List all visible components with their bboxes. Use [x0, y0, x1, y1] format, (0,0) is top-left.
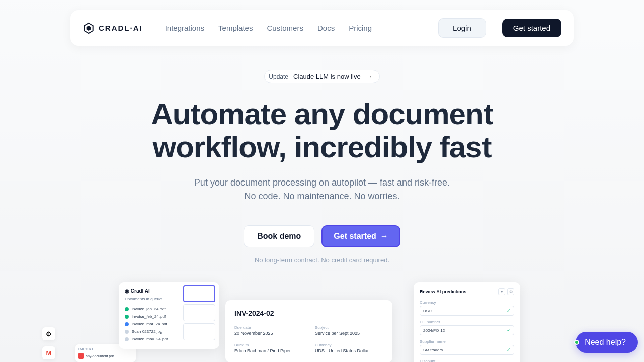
gear-icon: ⚙	[42, 327, 55, 340]
page-thumbnails	[183, 285, 215, 340]
queue-label: Documents in queue	[125, 297, 162, 301]
review-input[interactable]: SM traders✓	[420, 345, 514, 355]
hero-subtitle: Put your document processing on autopilo…	[0, 176, 644, 203]
gear-icon[interactable]: ⚙	[507, 288, 514, 295]
review-input[interactable]: 2024/PO-12✓	[420, 325, 514, 335]
hero-sub-line1: Put your document processing on autopilo…	[194, 177, 450, 188]
thumbnail[interactable]	[183, 304, 215, 321]
login-button[interactable]: Login	[438, 18, 486, 38]
thumbnail[interactable]	[183, 285, 215, 302]
thumbnail[interactable]	[183, 323, 215, 340]
nav-integrations[interactable]: Integrations	[165, 24, 204, 32]
brand-text: CRADL·AI	[99, 24, 143, 32]
hero-sub-line2: No code. No maintenance. No worries.	[244, 191, 399, 201]
field-label: Billed to	[234, 343, 303, 347]
hero-title: Automate any document workflow, incredib…	[0, 98, 644, 164]
review-input[interactable]: USD✓	[420, 306, 514, 316]
help-label: Need help?	[585, 338, 626, 347]
arrow-right-icon: →	[380, 232, 388, 241]
pdf-icon	[78, 353, 84, 359]
status-dot-icon	[574, 340, 579, 345]
side-icons: ⚙ M	[42, 327, 55, 359]
nav-docs[interactable]: Docs	[317, 24, 335, 32]
field-label: Subject	[315, 325, 383, 330]
nav-links: Integrations Templates Customers Docs Pr…	[165, 24, 372, 32]
field-label: Due date	[234, 325, 303, 330]
field-label: Supplier name	[420, 339, 514, 344]
get-started-button[interactable]: Get started	[502, 19, 561, 37]
nav-customers[interactable]: Customers	[267, 24, 303, 32]
invoice-title: INV-2024-02	[234, 309, 383, 317]
brand-logo[interactable]: CRADL·AI	[83, 22, 143, 34]
review-card: Review AI predictions ✦ ⚙ CurrencyUSD✓ P…	[414, 282, 520, 362]
field-label: Discount	[420, 359, 514, 362]
hero-title-line1: Automate any document	[151, 97, 493, 131]
invoice-card: INV-2024-02 Due date20 November 2025 Sub…	[225, 300, 392, 362]
cta-note: No long-term contract. No credit card re…	[0, 256, 644, 264]
arrow-right-icon: →	[366, 73, 372, 80]
gmail-icon: M	[42, 346, 55, 359]
update-pill[interactable]: Update Claude LLM is now live →	[264, 70, 379, 83]
field-value: Erlich Bachman / Pied Piper	[234, 348, 303, 353]
field-label: Currency	[420, 300, 514, 305]
field-value: 20 November 2025	[234, 331, 303, 336]
hero-section: Update Claude LLM is now live → Automate…	[0, 70, 644, 264]
nav-templates[interactable]: Templates	[218, 24, 253, 32]
field-value: Service per Sept 2025	[315, 331, 383, 336]
import-row: any-document.pdf	[78, 353, 133, 359]
field-value: UDS - United States Dollar	[315, 348, 383, 353]
product-preview: ⚙ M IMPORT any-document.pdf ◉ Cradl AI D…	[0, 282, 644, 362]
review-title: Review AI predictions	[420, 289, 466, 294]
cta-row: Book demo Get started →	[0, 225, 644, 247]
hero-title-line2: workflow, incredibly fast	[153, 130, 492, 164]
get-started-label: Get started	[334, 232, 376, 241]
import-filename: any-document.pdf	[86, 354, 114, 358]
get-started-cta-button[interactable]: Get started →	[321, 225, 400, 247]
field-label: PO number	[420, 320, 514, 324]
field-label: Currency	[315, 343, 383, 347]
nav-pricing[interactable]: Pricing	[349, 24, 372, 32]
sparkle-icon[interactable]: ✦	[498, 288, 505, 295]
hexagon-icon	[83, 22, 95, 34]
update-badge: Update	[269, 73, 288, 80]
top-nav: CRADL·AI Integrations Templates Customer…	[70, 10, 574, 46]
update-text: Claude LLM is now live	[293, 73, 361, 80]
book-demo-button[interactable]: Book demo	[244, 225, 314, 247]
help-button[interactable]: Need help?	[576, 332, 638, 353]
